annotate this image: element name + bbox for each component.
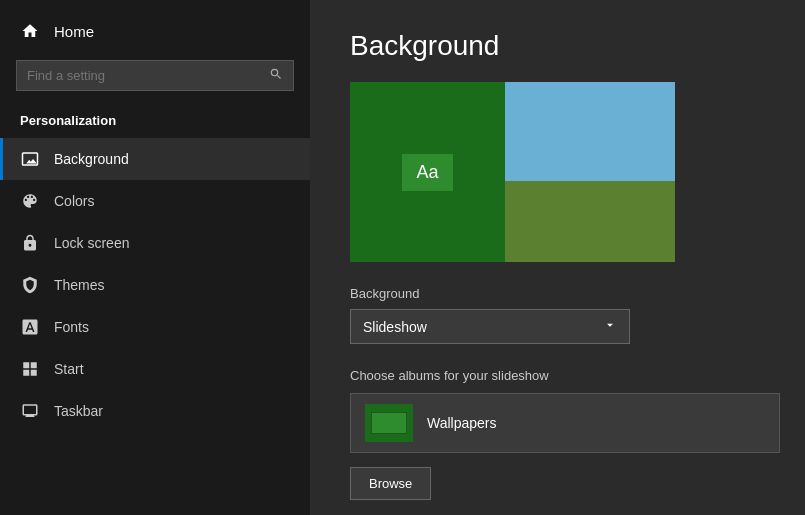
sidebar-home-button[interactable]: Home: [0, 10, 310, 52]
section-title: Personalization: [0, 107, 310, 138]
search-bar[interactable]: [16, 60, 294, 91]
background-dropdown[interactable]: Slideshow: [350, 309, 630, 344]
preview-left-panel: Aa: [350, 82, 505, 262]
sidebar-item-label-start: Start: [54, 361, 84, 377]
browse-button[interactable]: Browse: [350, 467, 431, 500]
search-icon: [269, 67, 283, 84]
background-dropdown-container: Background Slideshow: [350, 286, 765, 344]
sidebar-item-background[interactable]: Background: [0, 138, 310, 180]
sidebar-item-themes[interactable]: Themes: [0, 264, 310, 306]
album-name: Wallpapers: [427, 415, 497, 431]
main-content: Background Aa Background Slideshow Choos…: [310, 0, 805, 515]
sidebar-item-label-taskbar: Taskbar: [54, 403, 103, 419]
sidebar-item-fonts[interactable]: Fonts: [0, 306, 310, 348]
preview-canvas: Aa: [350, 82, 675, 262]
album-thumb-inner: [371, 412, 407, 434]
home-label: Home: [54, 23, 94, 40]
sidebar-item-label-colors: Colors: [54, 193, 94, 209]
album-thumbnail: [365, 404, 413, 442]
sidebar-item-taskbar[interactable]: Taskbar: [0, 390, 310, 432]
sidebar-item-label-themes: Themes: [54, 277, 105, 293]
dropdown-value: Slideshow: [363, 319, 427, 335]
sidebar-item-colors[interactable]: Colors: [0, 180, 310, 222]
search-input[interactable]: [27, 68, 269, 83]
fonts-icon: [20, 318, 40, 336]
sidebar-item-label-fonts: Fonts: [54, 319, 89, 335]
colors-icon: [20, 192, 40, 210]
preview-right-panel: [505, 82, 675, 262]
sidebar: Home Personalization Background Colors: [0, 0, 310, 515]
sidebar-item-label-background: Background: [54, 151, 129, 167]
themes-icon: [20, 276, 40, 294]
album-item-wallpapers[interactable]: Wallpapers: [350, 393, 780, 453]
sidebar-item-start[interactable]: Start: [0, 348, 310, 390]
choose-albums-label: Choose albums for your slideshow: [350, 368, 765, 383]
page-title: Background: [350, 30, 765, 62]
start-icon: [20, 360, 40, 378]
preview-aa-text: Aa: [402, 154, 452, 191]
background-icon: [20, 150, 40, 168]
background-preview: Aa: [350, 82, 675, 262]
home-icon: [20, 22, 40, 40]
background-section-label: Background: [350, 286, 765, 301]
sidebar-item-label-lock-screen: Lock screen: [54, 235, 129, 251]
chevron-down-icon: [603, 318, 617, 335]
taskbar-icon: [20, 402, 40, 420]
lock-screen-icon: [20, 234, 40, 252]
sidebar-item-lock-screen[interactable]: Lock screen: [0, 222, 310, 264]
